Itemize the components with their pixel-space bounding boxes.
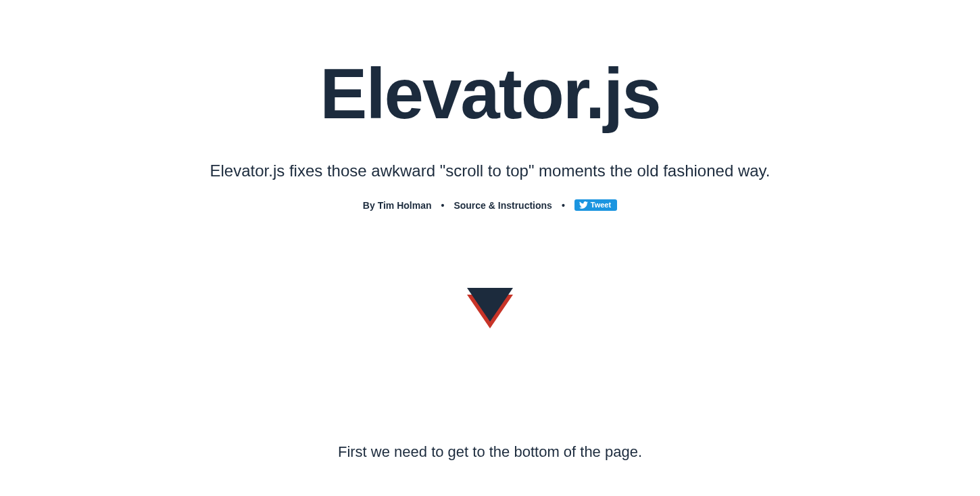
- meta-separator: •: [562, 200, 565, 211]
- tagline: Elevator.js fixes those awkward "scroll …: [0, 162, 980, 180]
- page-title: Elevator.js: [0, 58, 980, 129]
- instruction-text: First we need to get to the bottom of th…: [0, 443, 980, 461]
- meta-separator: •: [441, 200, 445, 211]
- author-link[interactable]: By Tim Holman: [363, 200, 432, 211]
- source-link[interactable]: Source & Instructions: [454, 200, 552, 211]
- meta-row: By Tim Holman • Source & Instructions • …: [0, 199, 980, 211]
- tweet-label: Tweet: [591, 201, 611, 209]
- tweet-button[interactable]: Tweet: [574, 199, 617, 211]
- double-chevron-down-icon: [463, 278, 517, 339]
- twitter-icon: [579, 201, 588, 209]
- scroll-down-arrow[interactable]: [0, 278, 980, 339]
